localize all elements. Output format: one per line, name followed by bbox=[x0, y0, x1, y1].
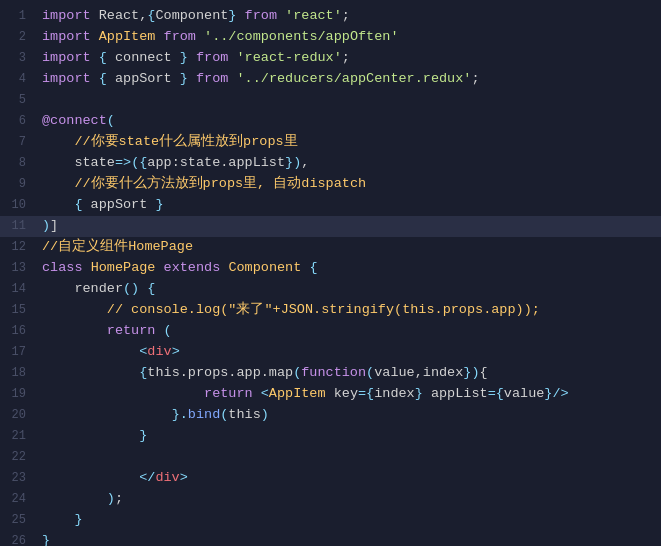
token bbox=[91, 29, 99, 44]
token bbox=[155, 260, 163, 275]
token: </ bbox=[139, 470, 155, 485]
token: }) bbox=[463, 365, 479, 380]
line-content: // console.log("来了"+JSON.stringify(this.… bbox=[42, 300, 661, 321]
token: render bbox=[42, 281, 123, 296]
line-number: 26 bbox=[8, 532, 26, 546]
line-content: return ( bbox=[42, 321, 661, 342]
token: ; bbox=[342, 8, 350, 23]
line-number: 21 bbox=[8, 427, 26, 446]
token bbox=[253, 386, 261, 401]
token: key bbox=[326, 386, 358, 401]
token: appSort bbox=[83, 197, 156, 212]
line-content: {this.props.app.map(function(value,index… bbox=[42, 363, 661, 384]
token: ) bbox=[261, 407, 269, 422]
line-content: } bbox=[42, 531, 661, 546]
token: HomePage bbox=[91, 260, 156, 275]
token: React, bbox=[91, 8, 148, 23]
token: class bbox=[42, 260, 83, 275]
line-number: 17 bbox=[8, 343, 26, 362]
token bbox=[188, 50, 196, 65]
token: ( bbox=[107, 113, 115, 128]
token: connect bbox=[107, 50, 180, 65]
token: } bbox=[180, 50, 188, 65]
token: from bbox=[196, 50, 228, 65]
token: } bbox=[180, 71, 188, 86]
code-line: 19 return <AppItem key={index} appList={… bbox=[0, 384, 661, 405]
token: } bbox=[139, 428, 147, 443]
line-number: 14 bbox=[8, 280, 26, 299]
token: ( bbox=[164, 323, 172, 338]
line-number: 22 bbox=[8, 448, 26, 467]
line-content: import AppItem from '../components/appOf… bbox=[42, 27, 661, 48]
token: { bbox=[99, 71, 107, 86]
token: } bbox=[415, 386, 423, 401]
code-line: 3import { connect } from 'react-redux'; bbox=[0, 48, 661, 69]
line-number: 6 bbox=[8, 112, 26, 131]
token: , bbox=[301, 155, 309, 170]
token: /> bbox=[552, 386, 568, 401]
line-content bbox=[42, 90, 661, 111]
token: { bbox=[309, 260, 317, 275]
token bbox=[42, 512, 74, 527]
token: div bbox=[155, 470, 179, 485]
token: ; bbox=[342, 50, 350, 65]
code-line: 10 { appSort } bbox=[0, 195, 661, 216]
token: this.props.app.map bbox=[147, 365, 293, 380]
line-content: @connect( bbox=[42, 111, 661, 132]
line-number: 24 bbox=[8, 490, 26, 509]
line-content: render() { bbox=[42, 279, 661, 300]
token: import bbox=[42, 8, 91, 23]
token bbox=[188, 71, 196, 86]
token bbox=[42, 407, 172, 422]
token: //你要什么方法放到props里, 自动dispatch bbox=[74, 176, 366, 191]
token: > bbox=[180, 470, 188, 485]
token bbox=[42, 491, 107, 506]
token: ; bbox=[115, 491, 123, 506]
line-number: 18 bbox=[8, 364, 26, 383]
line-number: 11 bbox=[8, 217, 26, 236]
line-number: 16 bbox=[8, 322, 26, 341]
line-number: 8 bbox=[8, 154, 26, 173]
line-content: import React,{Component} from 'react'; bbox=[42, 6, 661, 27]
line-number: 10 bbox=[8, 196, 26, 215]
token: return bbox=[107, 323, 156, 338]
token bbox=[236, 8, 244, 23]
code-line: 8 state=>({app:state.appList}), bbox=[0, 153, 661, 174]
token: Component bbox=[155, 8, 228, 23]
token: from bbox=[164, 29, 196, 44]
token: @connect bbox=[42, 113, 107, 128]
code-line: 7 //你要state什么属性放到props里 bbox=[0, 132, 661, 153]
line-number: 3 bbox=[8, 49, 26, 68]
token: function bbox=[301, 365, 366, 380]
token bbox=[42, 197, 74, 212]
token: bind bbox=[188, 407, 220, 422]
line-number: 9 bbox=[8, 175, 26, 194]
line-content: import { appSort } from '../reducers/app… bbox=[42, 69, 661, 90]
token: { bbox=[74, 197, 82, 212]
line-content: import { connect } from 'react-redux'; bbox=[42, 48, 661, 69]
token bbox=[42, 176, 74, 191]
token: 'react' bbox=[285, 8, 342, 23]
token: value bbox=[504, 386, 545, 401]
token bbox=[42, 386, 204, 401]
token: extends bbox=[164, 260, 221, 275]
line-content: { appSort } bbox=[42, 195, 661, 216]
code-line: 21 } bbox=[0, 426, 661, 447]
token: // console.log("来了"+JSON.stringify(this.… bbox=[107, 302, 540, 317]
token: AppItem bbox=[269, 386, 326, 401]
code-line: 12//自定义组件HomePage bbox=[0, 237, 661, 258]
line-content: //你要什么方法放到props里, 自动dispatch bbox=[42, 174, 661, 195]
line-content: ); bbox=[42, 489, 661, 510]
code-line: 6@connect( bbox=[0, 111, 661, 132]
token bbox=[155, 323, 163, 338]
line-content: }.bind(this) bbox=[42, 405, 661, 426]
token: ={ bbox=[488, 386, 504, 401]
token: ={ bbox=[358, 386, 374, 401]
token: } bbox=[42, 533, 50, 546]
token bbox=[91, 71, 99, 86]
token: state bbox=[42, 155, 115, 170]
token: value,index bbox=[374, 365, 463, 380]
token: appList bbox=[423, 386, 488, 401]
token: '../components/appOften' bbox=[204, 29, 398, 44]
token: '../reducers/appCenter.redux' bbox=[236, 71, 471, 86]
